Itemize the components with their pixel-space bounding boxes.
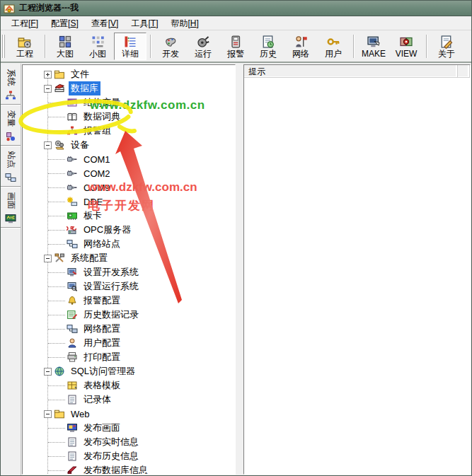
toolbar-button-报警[interactable]: 报警 bbox=[219, 33, 252, 60]
collapse-minus-icon[interactable] bbox=[44, 368, 52, 376]
menu-item-5[interactable]: 帮助[H] bbox=[164, 16, 205, 31]
menu-item-3[interactable]: 查看[V] bbox=[85, 16, 125, 31]
tree-item-报警配置[interactable]: 报警配置 bbox=[23, 294, 235, 308]
column-header-empty[interactable] bbox=[458, 65, 470, 77]
alarm-group-icon bbox=[67, 125, 79, 137]
menu-item-4[interactable]: 工具[T] bbox=[125, 16, 164, 31]
side-tab-站点[interactable]: 站点 bbox=[1, 146, 21, 187]
collapse-minus-icon[interactable] bbox=[44, 141, 52, 149]
toolbar-button-开发[interactable]: 开发 bbox=[154, 33, 187, 60]
tree-item-label: 网络配置 bbox=[81, 322, 122, 336]
tree-item-数据库[interactable]: 数据库 bbox=[23, 81, 235, 95]
side-tab-变量[interactable]: 变量 bbox=[1, 105, 21, 146]
tree-item-表格模板[interactable]: 表格模板 bbox=[23, 378, 235, 393]
expand-plus-icon[interactable] bbox=[44, 71, 52, 79]
about-note-icon bbox=[439, 35, 454, 49]
side-tab-label: 变量 bbox=[5, 110, 17, 127]
menu-item-2[interactable]: 配置[S] bbox=[45, 16, 85, 31]
toolbar-button-view[interactable]: VIEW bbox=[390, 33, 422, 60]
tree-connector-line bbox=[48, 159, 65, 160]
tree-connector-line bbox=[48, 216, 65, 216]
window-title: 工程浏览器---我 bbox=[19, 2, 79, 14]
toolbar-button-make[interactable]: MAKE bbox=[357, 33, 390, 60]
tree-item-系统配置[interactable]: 系统配置 bbox=[23, 251, 235, 265]
toolbar-button-关于[interactable]: 关于 bbox=[430, 33, 463, 60]
tree-item-SQL访问管理器[interactable]: SQL访问管理器 bbox=[23, 364, 235, 378]
tree-item-OPC服务器[interactable]: OPC服务器 bbox=[23, 223, 235, 237]
tree-item-设置开发系统[interactable]: 设置开发系统 bbox=[23, 265, 235, 279]
collapse-minus-icon[interactable] bbox=[44, 410, 52, 418]
collapse-minus-icon[interactable] bbox=[44, 255, 52, 262]
tree-item-结构变量[interactable]: 结构变量 bbox=[23, 95, 235, 110]
collapse-minus-icon[interactable] bbox=[44, 85, 52, 93]
tree-item-网络配置[interactable]: 网络配置 bbox=[23, 322, 235, 336]
detail-panel-body[interactable] bbox=[244, 78, 470, 474]
tree-item-网络站点[interactable]: 网络站点 bbox=[23, 237, 235, 251]
tree-item-历史数据记录[interactable]: 历史数据记录 bbox=[23, 308, 235, 322]
tree-item-发布数据库信息[interactable]: 发布数据库信息 bbox=[23, 463, 235, 475]
tree-item-label: 数据库 bbox=[69, 81, 100, 95]
tree-item-COM1[interactable]: COM1 bbox=[23, 152, 235, 166]
toolbar-button-详细[interactable]: 详细 bbox=[114, 33, 146, 60]
toolbar-button-历史[interactable]: 历史 bbox=[252, 33, 284, 60]
toolbar-button-label: 小图 bbox=[89, 50, 106, 59]
tree-item-用户配置[interactable]: 用户配置 bbox=[23, 336, 235, 350]
tree-item-文件[interactable]: 文件 bbox=[23, 67, 235, 81]
tree-item-label: COM2 bbox=[81, 168, 113, 180]
tree-item-label: 结构变量 bbox=[81, 95, 122, 110]
network-config-icon bbox=[67, 323, 79, 335]
toolbar-button-label: 大图 bbox=[57, 50, 74, 59]
panel-splitter[interactable] bbox=[236, 64, 243, 475]
station-tab-icon bbox=[5, 172, 16, 183]
tree-item-COM2[interactable]: COM2 bbox=[23, 166, 235, 180]
tree-item-打印配置[interactable]: 打印配置 bbox=[23, 350, 235, 364]
tree-connector-line bbox=[48, 103, 65, 103]
tree-connector-line bbox=[48, 400, 65, 400]
tree-item-发布历史信息[interactable]: 发布历史信息 bbox=[23, 449, 235, 463]
tree-connector-line bbox=[48, 456, 65, 457]
history-record-icon bbox=[67, 309, 79, 320]
board-card-icon bbox=[67, 210, 79, 221]
toolbar-button-小图[interactable]: 小图 bbox=[81, 33, 114, 60]
tree-item-记录体[interactable]: 记录体 bbox=[23, 393, 235, 407]
tree-item-label: OPC服务器 bbox=[81, 223, 133, 237]
tree-item-发布画面[interactable]: 发布画面 bbox=[23, 421, 235, 435]
toolbar-button-运行[interactable]: 运行 bbox=[187, 33, 219, 60]
tree-item-Web[interactable]: Web bbox=[23, 407, 235, 421]
toolbar-button-用户[interactable]: 用户 bbox=[317, 33, 350, 60]
tree-item-label: COM9 bbox=[81, 182, 113, 194]
tree-item-设备[interactable]: 设备 bbox=[23, 138, 235, 152]
tree-connector-line bbox=[48, 131, 65, 132]
tree-item-发布实时信息[interactable]: 发布实时信息 bbox=[23, 435, 235, 449]
tree-item-label: 板卡 bbox=[81, 209, 104, 223]
app-logo-icon[interactable] bbox=[4, 3, 15, 14]
side-tab-系统[interactable]: 系统 bbox=[1, 64, 21, 105]
toolbar-separator bbox=[45, 35, 45, 58]
column-header-hint[interactable]: 提示 bbox=[244, 65, 458, 77]
menubar: 工程[F]配置[S]查看[V]工具[T]帮助[H] bbox=[1, 17, 471, 30]
tree-item-板卡[interactable]: 板卡 bbox=[23, 209, 235, 223]
tree-connector-line bbox=[48, 244, 65, 245]
tree-item-label: 发布画面 bbox=[81, 421, 122, 435]
toolbar-button-label: 用户 bbox=[325, 50, 342, 59]
tree-connector-line bbox=[48, 301, 65, 301]
menu-item-1[interactable]: 工程[F] bbox=[5, 16, 45, 31]
toolbar-button-label: 关于 bbox=[438, 50, 455, 59]
toolbar: 工程大图小图详细开发运行报警历史网络用户MAKEVIEW关于 bbox=[1, 31, 471, 63]
tree-item-数据词典[interactable]: 数据词典 bbox=[23, 110, 235, 124]
tree-item-DDE[interactable]: DDE bbox=[23, 195, 235, 209]
side-tab-label: 系统 bbox=[5, 69, 17, 86]
side-tab-画面[interactable]: 画面 bbox=[1, 187, 21, 228]
develop-icon bbox=[163, 35, 178, 49]
toolbar-button-大图[interactable]: 大图 bbox=[49, 33, 81, 60]
toolbar-separator bbox=[426, 35, 427, 58]
large-icons-icon bbox=[57, 35, 73, 49]
tree-item-COM9[interactable]: COM9 bbox=[23, 180, 235, 195]
toolbar-button-工程[interactable]: 工程 bbox=[8, 33, 41, 60]
tree-item-label: COM1 bbox=[81, 153, 113, 166]
tree-item-设置运行系统[interactable]: 设置运行系统 bbox=[23, 279, 235, 294]
titlebar[interactable]: 工程浏览器---我 bbox=[1, 1, 471, 16]
toolbar-button-网络[interactable]: 网络 bbox=[284, 33, 317, 60]
toolbar-grip[interactable] bbox=[2, 35, 7, 58]
tree-item-报警组[interactable]: 报警组 bbox=[23, 124, 235, 138]
